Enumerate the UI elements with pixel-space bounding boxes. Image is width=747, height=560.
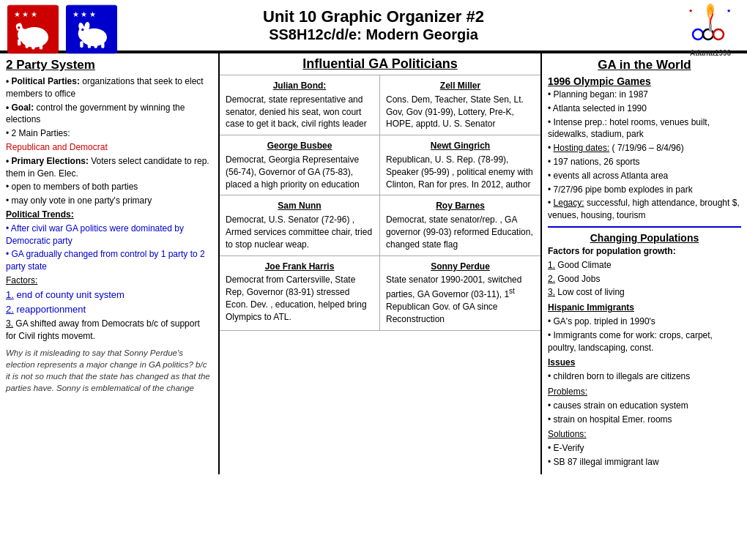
one-party-primary: • may only vote in one party's primary: [6, 195, 212, 207]
george-busbee-desc: Democrat, Georgia Representaive (56-74),…: [226, 154, 360, 190]
julian-bond-name: Julian Bond:: [226, 80, 374, 92]
politicians-grid: Julian Bond: Democrat, state representat…: [220, 75, 540, 331]
olympics-events: • events all across Atlanta area: [548, 170, 741, 182]
republican-elephant-icon: ★ ★ ★: [7, 4, 59, 55]
open-to-members: • open to members of both parties: [6, 181, 212, 193]
party-logos: ★ ★ ★ ★ ★ ★: [7, 4, 117, 55]
goal-item: • Goal: control the government by winnin…: [6, 102, 212, 127]
svg-text:★: ★: [688, 8, 693, 13]
main-parties-item: • 2 Main Parties:: [6, 127, 212, 140]
two-party-trend: • GA gradually changed from control by 1…: [6, 248, 212, 273]
section-divider: [548, 226, 741, 228]
olympics-label: Atlanta1996: [681, 49, 740, 57]
svg-point-25: [713, 29, 724, 40]
factor-3: 3. GA shifted away from Democrats b/c of…: [6, 318, 212, 343]
svg-rect-15: [94, 42, 97, 48]
svg-point-20: [707, 4, 714, 15]
svg-rect-5: [26, 42, 29, 48]
right-col-heading: GA in the World: [548, 58, 741, 72]
olympics-hosting: • Hosting dates: ( 7/19/96 – 8/4/96): [548, 142, 741, 154]
svg-rect-16: [101, 42, 104, 48]
roy-barnes-name: Roy Barnes: [386, 200, 535, 212]
svg-rect-26: [709, 24, 712, 31]
olympics-atlanta: • Atlanta selected in 1990: [548, 102, 741, 115]
sonny-perdue-cell: Sonny Perdue State senator 1990-2001, sw…: [380, 256, 540, 331]
svg-rect-14: [88, 42, 91, 48]
solution-everify: • E-Verify: [548, 442, 741, 455]
zell-miller-desc: Cons. Dem, Teacher, State Sen, Lt. Gov, …: [386, 94, 524, 130]
joe-frank-harris-desc: Democrat from Cartersville, State Rep, G…: [226, 275, 367, 321]
democrat-donkey-icon: ★ ★ ★: [66, 4, 117, 55]
left-column: 2 Party System • Political Parties: orga…: [0, 53, 220, 474]
olympics-planning: • Planning began: in 1987: [548, 89, 741, 101]
roy-barnes-desc: Democrat, state senator/rep. , GA govern…: [386, 214, 533, 250]
right-column: GA in the World 1996 Olympic Games • Pla…: [542, 53, 747, 474]
newt-gingrich-name: Newt Gingrich: [386, 140, 535, 152]
svg-text:★ ★ ★: ★ ★ ★: [73, 10, 96, 18]
svg-rect-13: [80, 41, 83, 48]
newt-gingrich-cell: Newt Gingrich Republican, U. S. Rep. (78…: [380, 135, 540, 195]
factor-climate: 1. Good Climate: [548, 259, 741, 272]
julian-bond-desc: Democrat, state representative and senat…: [226, 94, 367, 130]
olympic-rings-icon: ★ ★: [685, 4, 736, 48]
george-busbee-cell: George Busbee Democrat, Georgia Represen…: [220, 135, 380, 195]
solutions-title: Solutions:: [548, 428, 741, 441]
svg-point-19: [81, 29, 84, 31]
sam-nunn-name: Sam Nunn: [226, 200, 374, 212]
svg-text:★ ★ ★: ★ ★ ★: [14, 10, 37, 18]
factor-jobs: 2. Good Jobs: [548, 273, 741, 285]
svg-rect-7: [40, 44, 42, 50]
factor-1: 1. end of county unit system: [6, 288, 212, 302]
hispanic-immigrants-title: Hispanic Immigrants: [548, 302, 741, 314]
george-busbee-name: George Busbee: [226, 140, 374, 152]
issues-title: Issues: [548, 356, 741, 369]
influential-politicians-title: Influential GA Politicians: [302, 56, 457, 71]
zell-miller-cell: Zell Miller Cons. Dem, Teacher, State Se…: [380, 75, 540, 135]
main-parties-names: Republican and Democrat: [6, 141, 212, 154]
joe-frank-harris-name: Joe Frank Harris: [226, 261, 374, 273]
svg-rect-4: [18, 40, 21, 46]
civil-war-trend: • After civil war GA politics were domin…: [6, 223, 212, 247]
issues-citizens: • children born to illegals are citizens: [548, 370, 741, 383]
zell-miller-name: Zell Miller: [386, 80, 535, 92]
julian-bond-cell: Julian Bond: Democrat, state representat…: [220, 75, 380, 135]
olympics-bomb: • 7/27/96 pipe bomb explodes in park: [548, 184, 741, 196]
political-trends-heading: Political Trends:: [6, 209, 212, 221]
factors-heading: Factors:: [6, 275, 212, 287]
olympics-section-title: 1996 Olympic Games: [548, 75, 741, 87]
olympics-nations: • 197 nations, 26 sports: [548, 156, 741, 168]
goal-label: • Goal:: [6, 102, 34, 113]
roy-barnes-cell: Roy Barnes Democrat, state senator/rep. …: [380, 195, 540, 255]
sam-nunn-cell: Sam Nunn Democrat, U.S. Senator (72-96) …: [220, 195, 380, 255]
svg-rect-6: [31, 44, 34, 50]
sonny-perdue-desc: State senator 1990-2001, switched partie…: [386, 275, 521, 324]
olympics-prep: • Intense prep.: hotel rooms, venues bui…: [548, 116, 741, 141]
solution-sb87: • SB 87 illegal immigrant law: [548, 456, 741, 468]
olympics-logo: ★ ★ Atlanta1996: [681, 4, 740, 57]
hispanic-pop: • GA's pop. tripled in 1990's: [548, 316, 741, 328]
svg-point-8: [18, 26, 21, 29]
political-parties-label: • Political Parties:: [6, 76, 80, 86]
main-content: 2 Party System • Political Parties: orga…: [0, 53, 747, 474]
factor-cost: 3. Low cost of living: [548, 286, 741, 299]
title-line1: Unit 10 Graphic Organizer #2: [263, 7, 484, 26]
problem-hospital: • strain on hospital Emer. rooms: [548, 414, 741, 426]
problems-title: Problems:: [548, 386, 741, 398]
svg-text:★: ★: [726, 8, 731, 13]
sonny-perdue-name: Sonny Perdue: [386, 261, 535, 273]
sam-nunn-desc: Democrat, U.S. Senator (72-96) , Armed s…: [226, 214, 372, 250]
factor-2: 2. reapportionment: [6, 303, 212, 316]
misleading-question: Why is it misleading to say that Sonny P…: [6, 347, 212, 394]
joe-frank-harris-cell: Joe Frank Harris Democrat from Cartersvi…: [220, 256, 380, 331]
newt-gingrich-desc: Republican, U. S. Rep. (78-99), Speaker …: [386, 154, 533, 190]
hispanic-work: • Immigrants come for work: crops, carpe…: [548, 329, 741, 354]
changing-populations-title: Changing Populations: [548, 232, 741, 244]
title-line2: SS8H12c/d/e: Modern Georgia: [263, 26, 484, 43]
political-parties-item: • Political Parties: organizations that …: [6, 75, 212, 100]
left-col-heading: 2 Party System: [6, 58, 212, 72]
middle-col-heading: Influential GA Politicians: [220, 53, 540, 75]
problem-education: • causes strain on education system: [548, 400, 741, 412]
page-title: Unit 10 Graphic Organizer #2 SS8H12c/d/e…: [263, 7, 484, 43]
primary-label: • Primary Elections:: [6, 156, 89, 166]
primary-elections-item: • Primary Elections: Voters select candi…: [6, 155, 212, 180]
